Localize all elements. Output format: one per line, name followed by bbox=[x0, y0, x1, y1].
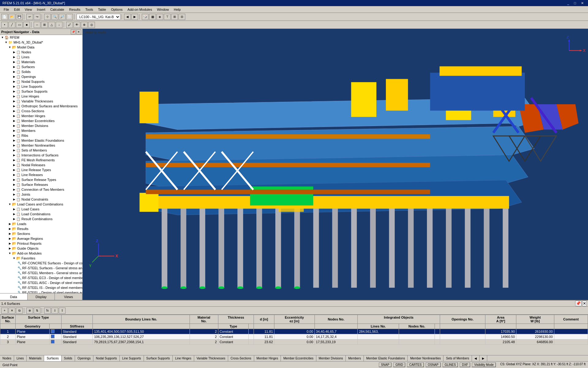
dt-import[interactable]: ⇩ bbox=[51, 308, 58, 314]
tab-member-div[interactable]: Member Divisions bbox=[316, 355, 346, 361]
menu-tools[interactable]: Tools bbox=[83, 7, 96, 12]
tree-loads[interactable]: ▶ 📂 Loads bbox=[0, 221, 82, 226]
tree-joints[interactable]: ▶ 📋 Joints bbox=[0, 192, 82, 197]
expand-nodal-supports[interactable]: ▶ bbox=[12, 80, 16, 83]
tree-orthotropic[interactable]: ▶ 📋 Orthotropic Surfaces and Membranes bbox=[0, 104, 82, 109]
tree-mh1[interactable]: ▼ 📁 MH1-N_3D_Dlubal* bbox=[0, 40, 82, 45]
nav-tab-display[interactable]: Display bbox=[28, 293, 55, 300]
tab-sets-members[interactable]: Sets of Members bbox=[443, 355, 472, 361]
tree-line-release-types[interactable]: ▶ 📋 Line Release Types bbox=[0, 167, 82, 172]
tb-new[interactable]: 📄 bbox=[1, 14, 8, 20]
tree-results[interactable]: ▶ 📂 Results bbox=[0, 226, 82, 231]
expand-member-nonlinear[interactable]: ▶ bbox=[12, 144, 16, 147]
glines-btn[interactable]: GLINES bbox=[443, 362, 458, 367]
tree-ribs[interactable]: ▶ 📋 Ribs bbox=[0, 133, 82, 138]
expand-solids[interactable]: ▶ bbox=[12, 70, 16, 74]
expand-orthotropic[interactable]: ▶ bbox=[12, 104, 16, 108]
th-ecc[interactable]: Eccentricityez [in] bbox=[274, 315, 315, 324]
tree-members[interactable]: ▶ 📋 Members bbox=[0, 128, 82, 133]
tree-guide-objects[interactable]: ▶ 📂 Guide Objects bbox=[0, 246, 82, 251]
close-btn[interactable]: ✕ bbox=[579, 1, 586, 5]
th-openings[interactable]: Openings No. bbox=[440, 315, 485, 324]
dt-sort[interactable]: ⇅ bbox=[34, 308, 40, 314]
data-panel-close[interactable]: ✕ bbox=[582, 301, 587, 306]
tab-nav-left[interactable]: ◀ bbox=[472, 355, 480, 361]
tab-openings[interactable]: Openings bbox=[75, 355, 93, 361]
th-comment[interactable]: Comment bbox=[554, 315, 588, 324]
tb-wireframe[interactable]: ▦ bbox=[149, 14, 156, 20]
expand-sets-members[interactable]: ▶ bbox=[12, 148, 16, 152]
menu-insert[interactable]: Insert bbox=[34, 7, 48, 12]
expand-loads[interactable]: ▶ bbox=[8, 222, 12, 226]
tab-nodes[interactable]: Nodes bbox=[0, 355, 14, 361]
tree-cross-sections[interactable]: ▶ 📋 Cross-Sections bbox=[0, 109, 82, 113]
expand-addon-modules[interactable]: ▼ bbox=[8, 251, 12, 255]
expand-nodal-constraints[interactable]: ▶ bbox=[12, 197, 16, 201]
dt-delete[interactable]: ✕ bbox=[9, 308, 15, 314]
menu-edit[interactable]: Edit bbox=[12, 7, 22, 12]
th-mat[interactable]: MaterialNo. bbox=[190, 315, 218, 324]
menu-calculate[interactable]: Calculate bbox=[48, 7, 67, 12]
menu-addon[interactable]: Add-on Modules bbox=[125, 7, 154, 12]
expand-mh1[interactable]: ▼ bbox=[4, 40, 8, 44]
data-panel-pin[interactable]: 📌 bbox=[575, 301, 582, 306]
tree-rf-steel-mem[interactable]: 🔧 RF-STEEL Members - General stress anal… bbox=[0, 270, 82, 275]
tb-side[interactable]: ⊟ bbox=[179, 14, 185, 20]
expand-surface-releases[interactable]: ▶ bbox=[12, 183, 16, 186]
tree-solids[interactable]: ▶ 📋 Solids bbox=[0, 69, 82, 74]
tb2-dimension[interactable]: ↔ bbox=[34, 22, 40, 28]
tb-redo[interactable]: ↪ bbox=[34, 14, 40, 20]
tree-average-regions[interactable]: ▶ 📂 Average Regions bbox=[0, 236, 82, 241]
grid-btn[interactable]: GRID bbox=[393, 362, 405, 367]
nav-close[interactable]: ✕ bbox=[76, 29, 81, 34]
expand-nodal-releases[interactable]: ▶ bbox=[12, 163, 16, 167]
expand-surface-release-types[interactable]: ▶ bbox=[12, 178, 16, 182]
tree-member-elastic[interactable]: ▶ 📋 Member Elastic Foundations bbox=[0, 138, 82, 143]
tab-member-elastic[interactable]: Member Elastic Foundations bbox=[364, 355, 408, 361]
tree-member-nonlinear[interactable]: ▶ 📋 Member Nonlinearities bbox=[0, 143, 82, 148]
expand-fe-mesh[interactable]: ▶ bbox=[12, 158, 16, 162]
visibility-mode-btn[interactable]: Visibility Mode bbox=[472, 362, 496, 367]
tree-rfem[interactable]: ▼ 🏠 RFEM bbox=[0, 35, 82, 40]
expand-line-hinges[interactable]: ▶ bbox=[12, 94, 16, 98]
tab-materials[interactable]: Materials bbox=[27, 355, 44, 361]
tree-line-hinges[interactable]: ▶ 📋 Line Hinges bbox=[0, 94, 82, 99]
th-stiffness[interactable] bbox=[61, 315, 92, 324]
expand-openings[interactable]: ▶ bbox=[12, 75, 16, 79]
tb-zoom-all[interactable]: ⬜ bbox=[66, 14, 73, 20]
tree-rf-steel-aisc[interactable]: 🔧 RF-STEEL AISC - Design of steel member… bbox=[0, 280, 82, 285]
tb-render[interactable]: 🎲 bbox=[142, 14, 149, 20]
tab-nodal-supports[interactable]: Nodal Supports bbox=[93, 355, 120, 361]
expand-rfem[interactable]: ▼ bbox=[1, 36, 4, 39]
expand-joints[interactable]: ▶ bbox=[12, 193, 16, 196]
tree-printout[interactable]: ▶ 📂 Printout Reports bbox=[0, 241, 82, 246]
tb-undo[interactable]: ↩ bbox=[26, 14, 33, 20]
expand-results[interactable]: ▶ bbox=[8, 227, 12, 231]
table-row[interactable]: 1 Plane Standard 135,401,404,500,507-505… bbox=[0, 329, 588, 334]
tab-surfaces[interactable]: Surfaces bbox=[44, 355, 61, 361]
expand-member-div[interactable]: ▶ bbox=[12, 124, 16, 128]
tree-lines[interactable]: ▶ 📋 Lines bbox=[0, 55, 82, 59]
tree-addon-modules[interactable]: ▼ 📂 Add-on Modules bbox=[0, 251, 82, 256]
expand-member-elastic[interactable]: ▶ bbox=[12, 139, 16, 142]
tree-rf-concrete[interactable]: 🔧 RF-CONCRETE Surfaces - Design of concr… bbox=[0, 261, 82, 266]
tb2-view-options[interactable]: 👁 bbox=[74, 22, 80, 28]
tb2-support[interactable]: △ bbox=[48, 22, 55, 28]
tree-sections[interactable]: ▶ 📂 Sections bbox=[0, 231, 82, 236]
menu-results[interactable]: Results bbox=[67, 7, 83, 12]
tree-fe-mesh[interactable]: ▶ 📋 FE Mesh Refinements bbox=[0, 158, 82, 163]
viewport[interactable]: Visibility mode bbox=[83, 29, 588, 300]
tree-intersections[interactable]: ▶ 📋 Intersections of Surfaces bbox=[0, 153, 82, 158]
tb2-solid[interactable]: ■ bbox=[23, 22, 30, 28]
expand-cross-sections[interactable]: ▶ bbox=[12, 109, 16, 113]
tree-load-cases-folder[interactable]: ▼ 📂 Load Cases and Combinations bbox=[0, 202, 82, 207]
dt-copy[interactable]: ⧉ bbox=[16, 308, 23, 314]
expand-connection-two[interactable]: ▶ bbox=[12, 188, 16, 191]
tree-variable-thick[interactable]: ▶ 📋 Variable Thicknesses bbox=[0, 99, 82, 104]
nav-tab-data[interactable]: Data bbox=[0, 293, 28, 300]
tree-nodal-releases[interactable]: ▶ 📋 Nodal Releases bbox=[0, 163, 82, 167]
tab-line-hinges[interactable]: Line Hinges bbox=[173, 355, 194, 361]
tb-zoom-in[interactable]: 🔍 bbox=[51, 14, 58, 20]
expand-sections[interactable]: ▶ bbox=[8, 232, 12, 236]
tab-members[interactable]: Members bbox=[346, 355, 364, 361]
